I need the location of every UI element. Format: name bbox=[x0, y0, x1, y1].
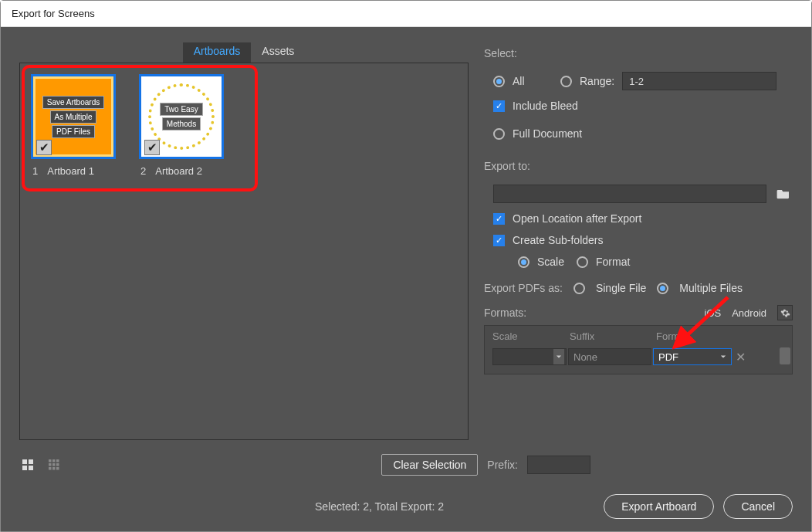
view-small-thumbs-button[interactable] bbox=[46, 456, 63, 473]
svg-rect-13 bbox=[56, 467, 59, 470]
tabs: Artboards Assets bbox=[19, 42, 469, 63]
dialog-body: Artboards Assets Save Artboards As Multi… bbox=[1, 27, 811, 531]
grid-small-icon bbox=[48, 459, 60, 471]
grid-large-icon bbox=[22, 459, 34, 471]
cancel-button[interactable]: Cancel bbox=[723, 494, 793, 519]
svg-rect-11 bbox=[49, 467, 52, 470]
svg-rect-2 bbox=[29, 459, 33, 464]
view-large-thumbs-button[interactable] bbox=[19, 456, 36, 473]
radio-all[interactable] bbox=[493, 76, 505, 87]
art1-line1: Save Artboards bbox=[42, 96, 104, 109]
radio-single-file[interactable] bbox=[573, 283, 585, 294]
radio-multiple-files[interactable] bbox=[657, 283, 668, 294]
export-to-label: Export to: bbox=[484, 160, 793, 172]
include-bleed-label: Include Bleed bbox=[513, 100, 578, 112]
radio-subfolder-format[interactable] bbox=[577, 256, 588, 268]
subfolder-scale-label: Scale bbox=[537, 256, 564, 268]
clear-selection-button[interactable]: Clear Selection bbox=[381, 454, 478, 476]
scale-dropdown[interactable] bbox=[492, 348, 567, 365]
art1-line2: As Multiple bbox=[50, 110, 97, 124]
prefix-input[interactable] bbox=[527, 456, 590, 474]
col-scale: Scale bbox=[492, 330, 570, 342]
col-suffix: Suffix bbox=[570, 330, 656, 342]
artboard-1-checkbox[interactable]: ✔ bbox=[36, 140, 52, 155]
format-dropdown[interactable]: PDF bbox=[653, 348, 732, 365]
artboard-2-checkbox[interactable]: ✔ bbox=[144, 140, 160, 155]
artboard-1-index: 1 bbox=[32, 165, 38, 177]
svg-rect-7 bbox=[56, 459, 59, 463]
svg-rect-4 bbox=[29, 466, 33, 470]
gear-icon bbox=[780, 308, 790, 318]
chevron-down-icon bbox=[720, 354, 726, 360]
dialog-title: Export for Screens bbox=[1, 1, 811, 27]
artboard-2-index: 2 bbox=[140, 165, 146, 177]
format-value: PDF bbox=[658, 351, 678, 363]
svg-rect-9 bbox=[52, 463, 56, 466]
chevron-down-icon bbox=[553, 349, 564, 364]
full-document-label: Full Document bbox=[513, 127, 582, 140]
svg-rect-12 bbox=[52, 467, 56, 470]
svg-rect-8 bbox=[49, 463, 52, 466]
radio-all-label: All bbox=[513, 75, 553, 87]
artboard-1-name[interactable]: Artboard 1 bbox=[47, 165, 94, 177]
svg-rect-10 bbox=[56, 463, 59, 466]
suffix-input[interactable]: None bbox=[568, 348, 651, 365]
svg-rect-6 bbox=[52, 459, 56, 463]
export-path-input[interactable] bbox=[493, 185, 766, 203]
selection-summary: Selected: 2, Total Export: 2 bbox=[164, 500, 594, 513]
artboard-thumb-2[interactable]: Two Easy Methods ✔ bbox=[139, 74, 224, 159]
export-pdfs-as-label: Export PDFs as: bbox=[484, 282, 563, 294]
prefix-label: Prefix: bbox=[487, 459, 518, 471]
svg-rect-1 bbox=[22, 459, 27, 464]
col-format: Format bbox=[656, 330, 733, 342]
svg-rect-3 bbox=[22, 466, 27, 470]
checkbox-create-subfolders[interactable] bbox=[493, 235, 505, 246]
delete-format-row-button[interactable]: ✕ bbox=[733, 350, 747, 364]
art1-line3: PDF Files bbox=[52, 125, 95, 138]
formats-settings-button[interactable] bbox=[777, 305, 793, 320]
svg-rect-5 bbox=[49, 459, 52, 463]
export-for-screens-dialog: Export for Screens Artboards Assets Save… bbox=[0, 0, 812, 532]
android-preset-link[interactable]: Android bbox=[732, 307, 766, 319]
artboards-preview-area: Save Artboards As Multiple PDF Files ✔ 1… bbox=[19, 63, 469, 440]
open-location-label: Open Location after Export bbox=[513, 212, 641, 225]
single-file-label: Single File bbox=[596, 282, 646, 294]
browse-folder-button[interactable] bbox=[774, 185, 793, 203]
checkbox-include-bleed[interactable] bbox=[493, 100, 505, 112]
art2-line1: Two Easy bbox=[160, 103, 202, 116]
artboard-thumb-1[interactable]: Save Artboards As Multiple PDF Files ✔ bbox=[31, 74, 116, 159]
formats-table: Scale Suffix Format None PDF bbox=[484, 325, 793, 374]
create-subfolders-label: Create Sub-folders bbox=[513, 234, 604, 246]
subfolder-format-label: Format bbox=[596, 256, 630, 268]
multiple-files-label: Multiple Files bbox=[679, 282, 743, 294]
tab-artboards[interactable]: Artboards bbox=[183, 42, 252, 63]
checkbox-open-location[interactable] bbox=[493, 213, 505, 225]
formats-scrollbar[interactable] bbox=[780, 347, 790, 364]
radio-subfolder-scale[interactable] bbox=[518, 256, 529, 268]
export-artboard-button[interactable]: Export Artboard bbox=[604, 494, 714, 519]
radio-range[interactable] bbox=[560, 76, 572, 87]
artboard-2-name[interactable]: Artboard 2 bbox=[155, 165, 202, 177]
select-label: Select: bbox=[484, 47, 793, 59]
formats-label: Formats: bbox=[484, 307, 526, 319]
folder-icon bbox=[776, 188, 790, 199]
ios-preset-link[interactable]: iOS bbox=[705, 307, 722, 319]
radio-full-document[interactable] bbox=[493, 128, 505, 140]
art2-line2: Methods bbox=[162, 117, 201, 130]
range-input[interactable] bbox=[622, 72, 776, 90]
radio-range-label: Range: bbox=[580, 75, 614, 87]
tab-assets[interactable]: Assets bbox=[251, 42, 305, 63]
